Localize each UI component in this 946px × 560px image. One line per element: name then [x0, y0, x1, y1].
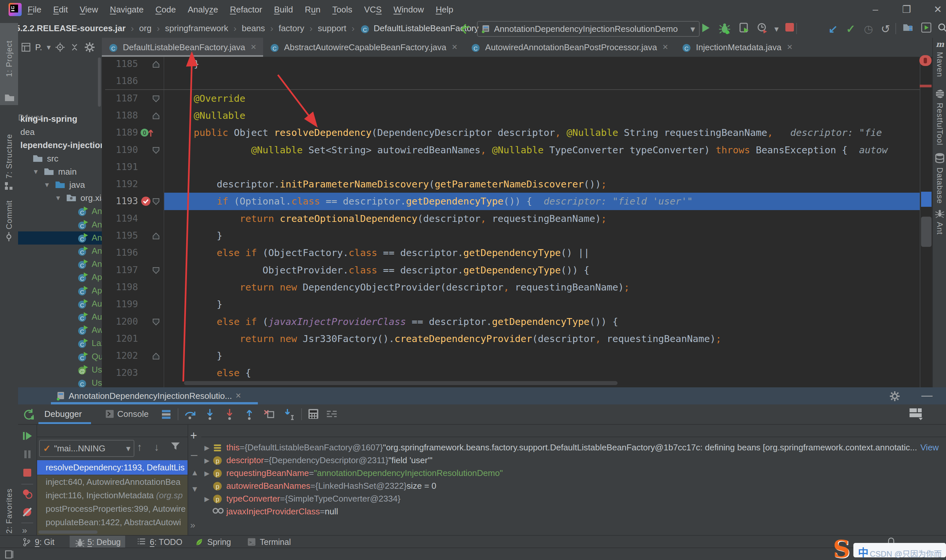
- restore-layout-icon[interactable]: [161, 409, 171, 421]
- tree-item-autowiri[interactable]: CAutowiri: [18, 297, 102, 311]
- tree-item-apidepe[interactable]: CApiDepe: [18, 271, 102, 284]
- variable-expand-arrow[interactable]: ▶: [201, 444, 213, 452]
- view-threads-icon[interactable]: [326, 408, 339, 422]
- remove-watch-button[interactable]: –: [191, 448, 197, 462]
- search-everywhere-icon[interactable]: [936, 22, 946, 35]
- locate-file-icon[interactable]: [55, 42, 65, 52]
- project-structure-icon[interactable]: [901, 22, 914, 35]
- tab-injectionmetadata-java[interactable]: CInjectionMetadata.java✕: [675, 38, 800, 57]
- tree-item-annotati[interactable]: CAnnotati: [18, 218, 102, 231]
- window-minimize-button[interactable]: –: [864, 0, 887, 19]
- collapse-all-icon[interactable]: [69, 42, 80, 52]
- breadcrumb-item[interactable]: factory: [279, 23, 304, 34]
- menu-item-tools[interactable]: Tools: [333, 5, 353, 15]
- fold-marker-icon[interactable]: [152, 146, 160, 156]
- variable-expand-arrow[interactable]: ▶: [201, 457, 213, 465]
- tab-abstractautowirecapablebeanfactory-java[interactable]: CAbstractAutowireCapableBeanFactory.java…: [263, 38, 464, 57]
- tree-item-src[interactable]: src: [18, 152, 102, 165]
- variable-row-javaxInjectProviderClass[interactable]: javaxInjectProviderClass = null: [201, 505, 946, 518]
- fold-marker-icon[interactable]: [152, 352, 160, 362]
- thread-selector[interactable]: ✓"mai...NNING▾: [39, 440, 134, 457]
- pause-button[interactable]: [22, 449, 32, 462]
- tab-debugger[interactable]: Debugger: [39, 405, 88, 423]
- breadcrumb-item[interactable]: ns-5.2.2.RELEASE-sources.jar: [3, 23, 125, 34]
- git-update-button[interactable]: ↙: [826, 22, 840, 35]
- menu-item-edit[interactable]: Edit: [53, 5, 68, 15]
- variable-expand-arrow[interactable]: ▶: [201, 469, 213, 477]
- step-out-button[interactable]: [243, 408, 257, 422]
- tree-item-main[interactable]: ▼main: [18, 165, 102, 178]
- editor-h-scrollbar[interactable]: [184, 381, 618, 385]
- run-configuration-select[interactable]: AnnotationDependencyInjectionResolutionD…: [477, 21, 699, 37]
- view-link[interactable]: View: [920, 443, 939, 453]
- navigate-back-icon[interactable]: [459, 23, 471, 37]
- profiler-button[interactable]: [755, 22, 769, 35]
- menu-item-analyze[interactable]: Analyze: [188, 5, 218, 15]
- tree-item-king-in-spring[interactable]: king-in-spring D:\wor: [18, 112, 102, 126]
- run-button[interactable]: [699, 22, 712, 35]
- stack-frame-row[interactable]: inject:640, AutowiredAnnotationBea: [37, 475, 188, 489]
- variable-row-descriptor[interactable]: ▶pdescriptor = {DependencyDescriptor@231…: [201, 454, 946, 467]
- breadcrumb-item[interactable]: beans: [242, 23, 265, 34]
- git-commit-button[interactable]: ✓: [844, 22, 857, 35]
- git-history-button[interactable]: ◷: [862, 22, 875, 35]
- breakpoint-icon[interactable]: [140, 196, 151, 206]
- breadcrumb-item[interactable]: support: [318, 23, 347, 34]
- stack-frame-row[interactable]: populateBean:1422, AbstractAutowi: [37, 516, 188, 529]
- menu-item-view[interactable]: View: [80, 5, 98, 15]
- stop-button[interactable]: [783, 22, 796, 35]
- tree-item-userhold[interactable]: CUserHold: [18, 377, 102, 387]
- gear-icon[interactable]: [84, 42, 95, 53]
- fold-marker-icon[interactable]: [152, 266, 160, 276]
- force-step-into-button[interactable]: [224, 408, 237, 422]
- project-view-dropdown-label[interactable]: P.: [35, 42, 42, 52]
- frame-down-icon[interactable]: ↓: [154, 441, 159, 453]
- step-into-button[interactable]: [204, 408, 217, 422]
- fold-marker-icon[interactable]: [152, 197, 160, 208]
- tree-item-org-xiaoge-t[interactable]: ▼org.xiaoge.t: [18, 192, 102, 205]
- toolwindow-button-spring[interactable]: Spring: [190, 536, 236, 548]
- tree-item-lependency-injection[interactable]: lependency-injection: [18, 139, 102, 152]
- toolwindow-button-5-debug[interactable]: 5: Debug: [69, 536, 125, 548]
- toolwindow-button-terminal[interactable]: >_Terminal: [242, 536, 295, 548]
- tree-item-apidepe[interactable]: CApiDepe: [18, 284, 102, 297]
- mute-breakpoints-button[interactable]: [22, 507, 32, 520]
- view-breakpoints-button[interactable]: [22, 488, 32, 501]
- fold-marker-icon[interactable]: [152, 232, 160, 242]
- stack-frame-row[interactable]: postProcessProperties:399, Autowire: [37, 502, 188, 516]
- override-marker-icon[interactable]: O: [140, 128, 154, 138]
- stack-frame-row[interactable]: resolveDependency:1193, DefaultLis: [37, 460, 188, 475]
- step-over-button[interactable]: [184, 408, 197, 422]
- add-watch-button[interactable]: +: [190, 429, 197, 443]
- panel-minimize-icon[interactable]: —: [919, 387, 935, 405]
- menu-item-code[interactable]: Code: [156, 5, 176, 15]
- tree-item-lazyann[interactable]: CLazyAnn: [18, 337, 102, 350]
- tab-autowiredannotationbeanpostprocessor-java[interactable]: CAutowiredAnnotationBeanPostProcessor.ja…: [464, 38, 675, 57]
- evaluate-expression-button[interactable]: [308, 408, 321, 422]
- filter-icon[interactable]: [171, 441, 180, 453]
- run-anything-icon[interactable]: [920, 22, 933, 35]
- menu-item-build[interactable]: Build: [274, 5, 293, 15]
- tree-item-usergrou[interactable]: @UserGrou: [18, 363, 102, 377]
- tree-item-autowiri[interactable]: CAutowiri: [18, 311, 102, 324]
- tree-item-java[interactable]: ▼java: [18, 178, 102, 192]
- rerun-button[interactable]: [23, 408, 34, 423]
- variable-row-autowiredBeanNames[interactable]: pautowiredBeanNames = {LinkedHashSet@232…: [201, 480, 946, 492]
- fold-marker-icon[interactable]: [152, 112, 160, 122]
- tree-item-dea[interactable]: dea: [18, 126, 102, 139]
- menu-item-window[interactable]: Window: [393, 5, 424, 15]
- menu-item-refactor[interactable]: Refactor: [230, 5, 262, 15]
- drop-frame-button[interactable]: [263, 408, 276, 422]
- variable-expand-arrow[interactable]: ▶: [201, 495, 213, 503]
- tree-item-annotati[interactable]: CAnnotati: [18, 245, 102, 258]
- tree-item-annotati[interactable]: CAnnotati: [18, 205, 102, 218]
- tree-item-annotati[interactable]: CAnnotati: [18, 258, 102, 271]
- menu-item-run[interactable]: Run: [305, 5, 320, 15]
- tree-item-annotati[interactable]: CAnnotati: [18, 231, 102, 245]
- tab-console[interactable]: Console: [101, 405, 153, 423]
- tree-scrollbar[interactable]: [98, 57, 101, 107]
- more-watch-actions-icon[interactable]: »: [190, 520, 196, 531]
- sidebar-item-database[interactable]: Database: [933, 152, 946, 204]
- more-actions-icon[interactable]: »: [22, 525, 27, 536]
- variable-row-this[interactable]: ▶this = {DefaultListableBeanFactory@1607…: [201, 441, 946, 454]
